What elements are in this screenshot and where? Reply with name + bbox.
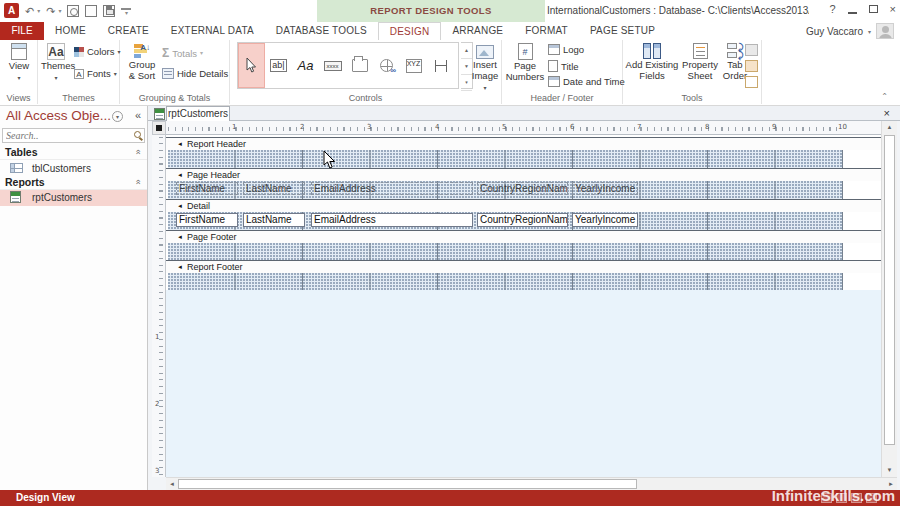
access-app-icon[interactable]: A	[4, 3, 19, 18]
report-footer-grid[interactable]	[168, 273, 843, 290]
user-account[interactable]: Guy Vaccaro ▾	[806, 22, 894, 40]
convert-macros-icon[interactable]	[745, 76, 758, 88]
tab-page-setup[interactable]: PAGE SETUP	[579, 22, 666, 40]
nav-item-tblcustomers[interactable]: tblCustomers	[0, 161, 147, 176]
detail-textbox-countryregionname[interactable]: CountryRegionName	[477, 213, 568, 227]
document-close-icon[interactable]: ×	[884, 107, 890, 119]
section-collapse-icon[interactable]: ◄	[177, 172, 183, 178]
date-time-button[interactable]: Date and Time	[548, 76, 625, 87]
tables-collapse-icon[interactable]: »	[132, 149, 142, 154]
section-collapse-icon[interactable]: ◄	[177, 141, 183, 147]
detail-grid[interactable]: FirstName LastName EmailAddress CountryR…	[168, 212, 843, 230]
tab-control-tool[interactable]	[346, 43, 373, 88]
avatar[interactable]	[876, 23, 894, 39]
minimize-button[interactable]	[848, 5, 857, 14]
nav-menu-icon[interactable]: ▾	[112, 111, 123, 122]
hyperlink-tool[interactable]: ∞	[373, 43, 400, 88]
tab-design[interactable]: DESIGN	[378, 22, 442, 40]
page-header-bar[interactable]: ◄Page Header	[166, 168, 881, 181]
page-footer-bar[interactable]: ◄Page Footer	[166, 230, 881, 243]
vertical-scroll-thumb[interactable]	[884, 135, 895, 445]
tab-home[interactable]: HOME	[44, 22, 97, 40]
select-tool[interactable]	[238, 43, 265, 88]
undo-icon[interactable]: ↶	[25, 4, 34, 18]
tab-format[interactable]: FORMAT	[514, 22, 579, 40]
section-collapse-icon[interactable]: ◄	[177, 264, 183, 270]
close-button[interactable]: ×	[890, 3, 896, 15]
save-icon[interactable]	[103, 5, 115, 17]
tab-database-tools[interactable]: DATABASE TOOLS	[265, 22, 378, 40]
web-browser-tool[interactable]: XYZ	[400, 43, 427, 88]
document-icon[interactable]	[85, 5, 97, 17]
search-icon[interactable]	[134, 131, 141, 138]
section-collapse-icon[interactable]: ◄	[177, 203, 183, 209]
detail-textbox-yearlyincome[interactable]: YearlyIncome	[572, 213, 638, 227]
user-dropdown-icon[interactable]: ▾	[868, 28, 871, 35]
page-break-tool[interactable]	[427, 43, 454, 88]
title-button[interactable]: Title	[548, 60, 579, 72]
detail-textbox-firstname[interactable]: FirstName	[176, 213, 238, 227]
textbox-tool[interactable]: ab|	[265, 43, 292, 88]
help-button[interactable]: ?	[829, 3, 835, 15]
detail-textbox-emailaddress[interactable]: EmailAddress	[311, 213, 473, 227]
vertical-scrollbar[interactable]: ▲ ▼	[881, 121, 897, 477]
report-header-bar[interactable]: ◄Report Header	[166, 137, 881, 150]
detail-textbox-lastname[interactable]: LastName	[243, 213, 305, 227]
page-header-label-emailaddress[interactable]: EmailAddress	[311, 182, 473, 195]
print-preview-icon[interactable]	[67, 5, 79, 17]
scroll-up-icon[interactable]: ▲	[882, 121, 897, 134]
page-header-label-yearlyincome[interactable]: YearlyIncome	[572, 182, 638, 195]
collapse-ribbon-icon[interactable]: ⌃	[881, 92, 888, 101]
vertical-ruler[interactable]: 1 2 3	[152, 135, 166, 477]
logo-button[interactable]: Logo	[548, 44, 584, 55]
tab-file[interactable]: FILE	[0, 22, 44, 40]
colors-button[interactable]: Colors ▾	[74, 46, 120, 57]
report-design-surface[interactable]: ◄Report Header ◄Page Header FirstName La…	[166, 135, 881, 477]
horizontal-scroll-thumb[interactable]	[178, 479, 637, 489]
scroll-down-icon[interactable]: ▼	[882, 464, 897, 477]
section-collapse-icon[interactable]: ◄	[177, 234, 183, 240]
nav-group-reports[interactable]: Reports »	[0, 175, 147, 190]
report-footer-empty-area[interactable]	[166, 290, 881, 477]
page-numbers-button[interactable]: # Page Numbers	[504, 43, 546, 82]
themes-dropdown-icon[interactable]: ▾	[54, 75, 57, 81]
detail-bar[interactable]: ◄Detail	[166, 199, 881, 212]
add-existing-fields-button[interactable]: Add Existing Fields	[625, 43, 679, 81]
property-sheet-button[interactable]: Property Sheet	[679, 43, 721, 81]
fonts-button[interactable]: A Fonts ▾	[74, 68, 117, 79]
page-header-grid[interactable]: FirstName LastName EmailAddress CountryR…	[168, 181, 843, 199]
nav-group-tables[interactable]: Tables »	[0, 145, 147, 160]
tab-external-data[interactable]: EXTERNAL DATA	[160, 22, 265, 40]
label-tool[interactable]: Aa	[292, 43, 319, 88]
report-header-grid[interactable]	[168, 150, 843, 168]
undo-dropdown-icon[interactable]: ▾	[37, 7, 40, 14]
tab-create[interactable]: CREATE	[97, 22, 160, 40]
horizontal-ruler[interactable]: 1 2 3 4 5 6 7 8 9 10	[166, 121, 881, 135]
nav-pane-header[interactable]: All Access Obje... ▾ «	[0, 106, 147, 127]
group-sort-button[interactable]: A↓ Group & Sort	[125, 43, 159, 81]
report-footer-bar[interactable]: ◄Report Footer	[166, 260, 881, 273]
page-header-label-lastname[interactable]: LastName	[243, 182, 305, 195]
view-button[interactable]: View ▾	[2, 43, 36, 82]
totals-button[interactable]: Σ Totals ▾	[162, 46, 203, 60]
scroll-left-icon[interactable]: ◄	[166, 478, 178, 490]
maximize-button[interactable]	[869, 5, 878, 13]
page-header-label-countryregionname[interactable]: CountryRegionName	[477, 182, 568, 195]
redo-dropdown-icon[interactable]: ▾	[58, 7, 61, 14]
nav-search[interactable]	[2, 128, 145, 143]
hide-details-button[interactable]: Hide Details	[162, 68, 228, 79]
view-code-icon[interactable]	[745, 60, 758, 72]
redo-icon[interactable]: ↷	[46, 4, 55, 18]
search-input[interactable]	[6, 129, 126, 142]
page-footer-grid[interactable]	[168, 243, 843, 260]
insert-image-button[interactable]: Insert Image ▾	[470, 45, 500, 92]
ruler-origin[interactable]	[152, 121, 166, 135]
nav-item-rptcustomers[interactable]: rptCustomers	[0, 190, 147, 206]
reports-collapse-icon[interactable]: »	[132, 179, 142, 184]
subreport-new-window-icon[interactable]	[745, 44, 758, 56]
shutter-bar-close-icon[interactable]: «	[135, 109, 141, 121]
button-tool[interactable]: xxxx	[319, 43, 346, 88]
tab-arrange[interactable]: ARRANGE	[441, 22, 514, 40]
document-tab-rptcustomers[interactable]: rptCustomers	[166, 106, 230, 121]
themes-button[interactable]: Aa Themes ▾	[41, 43, 71, 82]
